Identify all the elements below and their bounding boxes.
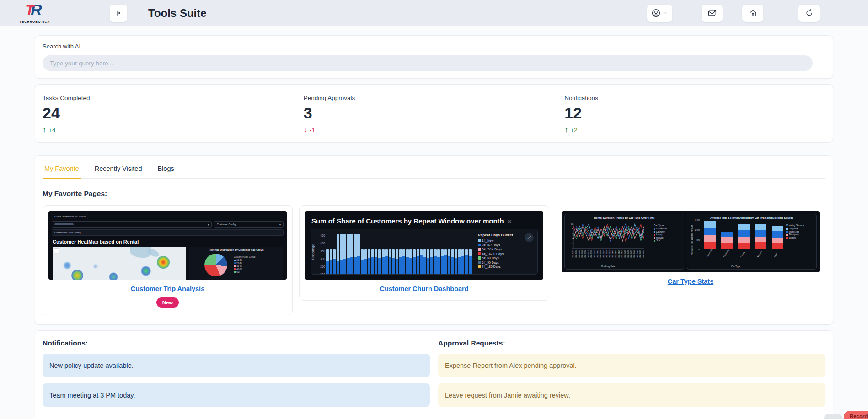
notification-item: Team meeting at 3 PM today. (43, 383, 430, 407)
stat-label: Tasks Completed (43, 95, 304, 101)
churn-y-axis-label: Percentage (311, 229, 316, 274)
svg-text:2024-06-09: 2024-06-09 (639, 250, 641, 258)
search-card: Search with AI (35, 35, 833, 79)
techrobotica-logo: R T TECHROBOTICA (21, 3, 49, 23)
age-group-pie-chart (204, 254, 227, 276)
stat-value: 12 (564, 104, 825, 122)
logo-letter-t: T (25, 2, 34, 19)
page-title: Tools Suite (148, 7, 207, 20)
link-icon: ∞ (508, 218, 512, 224)
chevron-down-icon (663, 11, 668, 16)
floating-button-partial[interactable] (823, 414, 843, 419)
logo-mark: R T (24, 3, 45, 19)
stat-value: 24 (43, 104, 304, 122)
svg-text:2024-03-31: 2024-03-31 (609, 250, 611, 258)
svg-text:2024-01-28: 2024-01-28 (581, 250, 583, 258)
svg-text:6: 6 (572, 233, 573, 235)
link-customer-trip-analysis[interactable]: Customer Trip Analysis (131, 285, 204, 292)
link-car-type-stats[interactable]: Car Type Stats (668, 278, 713, 285)
churn-legend-item: 6#_90 Days (478, 261, 536, 264)
mail-button[interactable] (701, 4, 723, 22)
churn-legend-item: 3#_7-14 Days (478, 248, 536, 251)
line-legend-item: Economy (654, 231, 682, 233)
bottom-section-card: Notifications: New policy update availab… (35, 330, 833, 419)
preview-title: Customer HeatMap based on Rental (53, 239, 283, 244)
new-badge: New (156, 297, 179, 308)
line-legend-title: Car Type (654, 224, 682, 227)
svg-text:2024-03-10: 2024-03-10 (600, 250, 601, 258)
home-button[interactable] (742, 4, 764, 22)
pie-legend-item: 26-35 (234, 262, 255, 265)
stacked-bar (772, 226, 783, 249)
stat-trend: ↓ -1 (304, 126, 565, 134)
approval-item: Leave request from Jamie awaiting review… (438, 383, 825, 407)
link-customer-churn-dashboard[interactable]: Customer Churn Dashboard (380, 285, 468, 292)
pie-panel: Revenue Distribution by Customer Age Gro… (189, 247, 283, 280)
svg-text:2024-02-25: 2024-02-25 (594, 250, 595, 258)
svg-text:2024-03-17: 2024-03-17 (603, 250, 605, 258)
tab-recently-visited[interactable]: Recently Visited (93, 164, 144, 178)
dashboard-preview-car-type[interactable]: Rental Duration Trends by Car Type Over … (562, 211, 820, 272)
dashboard-preview-trip[interactable]: Reset Dashboard to Default ▾ Customer Co… (48, 211, 287, 280)
svg-text:2024-04-21: 2024-04-21 (618, 250, 620, 258)
svg-text:2024-05-05: 2024-05-05 (624, 250, 626, 258)
refresh-button[interactable] (798, 4, 820, 22)
favorites-heading: My Favorite Pages: (43, 190, 825, 198)
pie-legend-title: Customer Age Group (234, 255, 255, 258)
svg-text:2024-05-12: 2024-05-12 (627, 250, 629, 258)
ai-search-input[interactable] (43, 55, 813, 71)
notifications-heading: Notifications: (43, 339, 430, 347)
stacked-legend-item: Mobile App (786, 231, 814, 233)
svg-text:2024-04-14: 2024-04-14 (615, 250, 617, 258)
tab-blogs[interactable]: Blogs (155, 164, 176, 178)
stat-trend: ↑ +2 (564, 126, 825, 134)
reset-dashboard-button: Reset Dashboard to Default (52, 214, 88, 219)
stat-label: Notifications (564, 95, 825, 101)
mail-icon (707, 9, 717, 18)
trend-value: -1 (310, 127, 315, 133)
line-legend-item: Luxury (654, 233, 682, 236)
stat-pending-approvals: Pending Approvals 3 ↓ -1 (304, 95, 565, 134)
stats-card: Tasks Completed 24 ↑ +4 Pending Approval… (35, 84, 833, 143)
refresh-icon (805, 9, 814, 17)
svg-text:2024-06-02: 2024-06-02 (637, 250, 638, 258)
svg-text:2024-03-03: 2024-03-03 (597, 250, 599, 258)
user-menu-button[interactable] (647, 4, 673, 22)
line-x-axis-label: Booking Date (565, 265, 652, 268)
favorites-grid: Reset Dashboard to Default ▾ Customer Co… (43, 205, 825, 315)
svg-text:2024-02-04: 2024-02-04 (584, 250, 586, 258)
stat-notifications: Notifications 12 ↑ +2 (564, 95, 825, 134)
stacked-x-axis-label: Car Type (687, 265, 784, 268)
favorites-card: My Favorite Recently Visited Blogs My Fa… (35, 155, 833, 325)
pie-legend-item: 18-25 (234, 259, 255, 261)
search-label: Search with AI (43, 43, 825, 50)
preview-dropdown-customer-config: Customer Config▾ (214, 221, 284, 228)
line-chart-legend: Car Type ConvertibleEconomyLuxuryMinivan… (654, 220, 682, 268)
churn-legend-item: 7#_180 Days (478, 265, 536, 268)
stat-value: 3 (304, 104, 565, 122)
favorite-card-car-type-stats: Rental Duration Trends by Car Type Over … (556, 205, 825, 293)
logo-wordmark: TECHROBOTICA (20, 20, 50, 23)
dashboard-preview-churn[interactable]: Sum of Share of Customers by Repeat Wind… (305, 211, 543, 280)
pie-legend-item: 60+ (234, 271, 255, 273)
tab-my-favorite[interactable]: My Favorite (43, 164, 81, 179)
churn-bars (326, 229, 473, 274)
record-indicator[interactable]: Record (844, 411, 868, 419)
stat-trend: ↑ +4 (43, 126, 304, 134)
stacked-bar (755, 224, 766, 249)
favorite-card-customer-trip: Reset Dashboard to Default ▾ Customer Co… (43, 205, 293, 315)
stacked-bar (704, 221, 716, 249)
line-legend-item: SUV (654, 239, 682, 242)
sidebar-toggle-button[interactable] (109, 4, 128, 22)
churn-bar-chart: Percentage 450400350300250200 Repeat Day… (311, 229, 538, 275)
stat-tasks-completed: Tasks Completed 24 ↑ +4 (43, 95, 304, 134)
tab-bar: My Favorite Recently Visited Blogs (43, 164, 825, 179)
rental-duration-panel: Rental Duration Trends by Car Type Over … (564, 214, 684, 270)
pie-title: Revenue Distribution by Customer Age Gro… (192, 249, 281, 251)
stacked-bars (701, 220, 786, 249)
pie-legend-item: 36-45 (234, 265, 255, 267)
svg-text:2024-04-28: 2024-04-28 (621, 250, 623, 258)
heatmap-map: − (53, 247, 186, 280)
approval-item: Expense Report from Alex pending approva… (438, 354, 825, 377)
header-actions (647, 4, 820, 22)
